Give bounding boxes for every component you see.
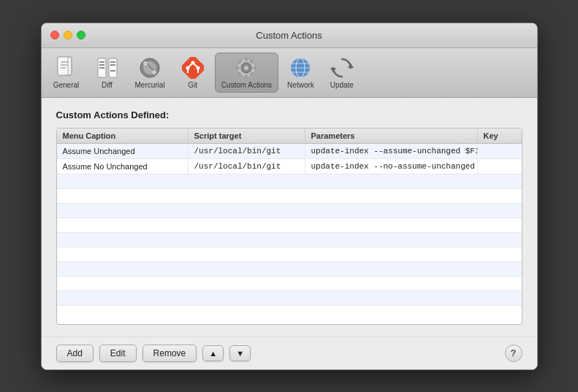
col-header-key: Key (478, 128, 522, 143)
maximize-button[interactable] (77, 31, 85, 39)
toolbar-item-network[interactable]: Network (281, 53, 320, 92)
toolbar: General Diff (42, 48, 537, 98)
table-row[interactable]: Assume Unchanged /usr/local/bin/git upda… (57, 144, 522, 159)
add-button[interactable]: Add (56, 345, 94, 362)
table-row-empty (57, 262, 522, 277)
svg-point-16 (152, 70, 156, 74)
network-label: Network (287, 81, 314, 89)
svg-point-15 (143, 61, 148, 66)
table-row-empty (57, 277, 522, 291)
table-row-empty (57, 189, 522, 204)
git-icon (181, 56, 205, 80)
update-icon (330, 56, 354, 80)
custom-actions-icon (235, 56, 258, 80)
table-row[interactable]: Assume No Unchanged /usr/local/bin/git u… (57, 159, 522, 174)
move-up-button[interactable]: ▲ (202, 345, 224, 361)
diff-icon (96, 56, 119, 80)
general-icon (55, 56, 78, 80)
update-label: Update (330, 81, 354, 89)
window-title: Custom Actions (256, 30, 322, 41)
svg-rect-29 (246, 74, 248, 78)
cell-params-1: update-index --assume-unchanged $FILE (305, 144, 478, 158)
toolbar-item-update[interactable]: Update (323, 53, 361, 92)
svg-rect-31 (253, 66, 256, 69)
title-bar: Custom Actions (42, 23, 537, 48)
custom-actions-label: Custom Actions (221, 81, 272, 89)
content-area: Custom Actions Defined: Menu Caption Scr… (42, 98, 537, 337)
col-header-parameters: Parameters (305, 128, 478, 143)
svg-rect-6 (109, 58, 117, 77)
edit-button[interactable]: Edit (99, 345, 137, 362)
diff-label: Diff (102, 81, 113, 89)
toolbar-item-mercurial[interactable]: Mercurial (129, 53, 171, 92)
toolbar-item-custom-actions[interactable]: Custom Actions (215, 53, 278, 93)
cell-script-1: /usr/local/bin/git (189, 144, 305, 158)
svg-rect-1 (58, 57, 68, 75)
mercurial-icon (138, 56, 161, 80)
cell-key-1 (478, 144, 522, 158)
table-header: Menu Caption Script target Parameters Ke… (57, 128, 522, 144)
svg-marker-43 (330, 68, 336, 72)
actions-table: Menu Caption Script target Parameters Ke… (56, 128, 522, 325)
table-row-empty (57, 291, 522, 306)
cell-key-2 (478, 159, 522, 174)
table-row-empty (57, 204, 522, 218)
table-row-empty (57, 233, 522, 247)
col-header-script-target: Script target (189, 128, 305, 143)
network-icon (289, 56, 312, 80)
svg-rect-17 (182, 57, 204, 79)
svg-marker-42 (348, 64, 354, 68)
table-row-empty (57, 218, 522, 233)
table-row-empty (57, 174, 522, 189)
cell-menu-caption-2: Assume No Unchanged (57, 159, 189, 174)
minimize-button[interactable] (64, 31, 72, 39)
cell-params-2: update-index --no-assume-unchanged $FILE (305, 159, 478, 174)
svg-point-27 (244, 66, 248, 70)
svg-rect-30 (236, 66, 240, 69)
main-window: Custom Actions General (41, 23, 538, 370)
toolbar-item-git[interactable]: Git (174, 53, 212, 92)
cell-menu-caption-1: Assume Unchanged (57, 144, 189, 158)
help-button[interactable]: ? (505, 345, 522, 362)
remove-button[interactable]: Remove (142, 345, 197, 362)
svg-rect-28 (246, 58, 248, 61)
col-header-menu-caption: Menu Caption (57, 128, 189, 143)
table-row-empty (57, 247, 522, 262)
toolbar-item-diff[interactable]: Diff (88, 53, 126, 92)
general-label: General (53, 81, 80, 89)
git-label: Git (188, 81, 197, 89)
cell-script-2: /usr/local/bin/git (189, 159, 305, 174)
section-title: Custom Actions Defined: (56, 109, 522, 120)
toolbar-item-general[interactable]: General (47, 53, 85, 92)
bottom-bar: Add Edit Remove ▲ ▼ ? (42, 337, 537, 369)
mercurial-label: Mercurial (135, 81, 165, 89)
close-button[interactable] (50, 31, 59, 39)
traffic-lights (50, 31, 85, 39)
move-down-button[interactable]: ▼ (229, 345, 251, 361)
